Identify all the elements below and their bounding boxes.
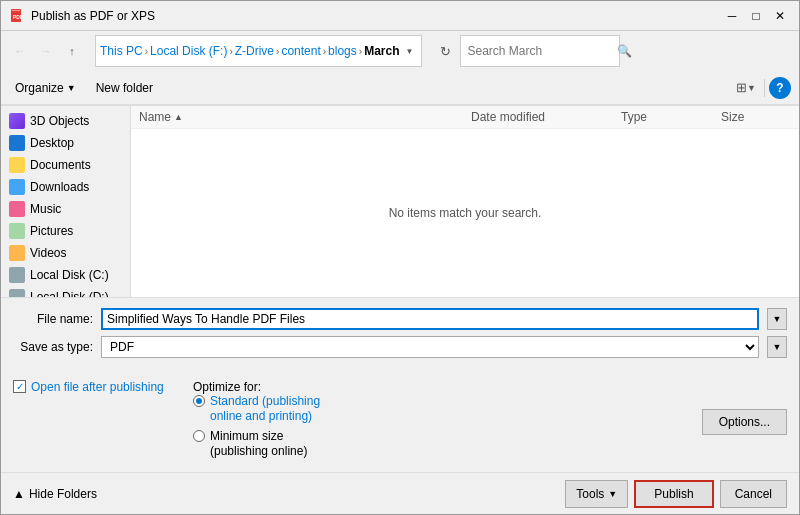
breadcrumb-this-pc[interactable]: This PC (100, 44, 143, 58)
open-file-checkbox[interactable] (13, 380, 26, 393)
save-as-row: Save as type: PDF XPS Document ▼ (13, 336, 787, 358)
window-controls: ─ □ ✕ (721, 5, 791, 27)
sidebar-label-3d-objects: 3D Objects (30, 114, 89, 128)
sidebar: 3D Objects Desktop Documents Downloads M… (1, 106, 131, 297)
footer-right: Tools ▼ Publish Cancel (565, 480, 787, 508)
close-button[interactable]: ✕ (769, 5, 791, 27)
file-name-row: File name: ▼ (13, 308, 787, 330)
view-icon: ⊞ (736, 80, 747, 95)
save-as-dropdown-button[interactable]: ▼ (767, 336, 787, 358)
column-type[interactable]: Type (621, 110, 721, 124)
sidebar-label-music: Music (30, 202, 61, 216)
up-button[interactable]: ↑ (61, 40, 83, 62)
standard-option: Standard (publishing online and printing… (193, 394, 682, 425)
sidebar-label-desktop: Desktop (30, 136, 74, 150)
search-bar: 🔍 (460, 35, 620, 67)
sidebar-item-downloads[interactable]: Downloads (1, 176, 130, 198)
minimize-button[interactable]: ─ (721, 5, 743, 27)
sidebar-label-local-disk-d: Local Disk (D:) (30, 290, 109, 297)
file-name-input[interactable] (101, 308, 759, 330)
file-list: Name ▲ Date modified Type Size No items … (131, 106, 799, 297)
search-icon: 🔍 (617, 44, 632, 58)
options-row: Open file after publishing Optimize for:… (1, 372, 799, 472)
hide-folders-chevron-icon: ▲ (13, 487, 25, 501)
toolbar-separator (764, 79, 765, 97)
toolbar-right: ⊞ ▼ ? (732, 77, 791, 99)
column-name[interactable]: Name ▲ (139, 110, 471, 124)
minimum-radio[interactable] (193, 430, 205, 442)
back-button[interactable]: ← (9, 40, 31, 62)
optimize-section: Optimize for: Standard (publishing onlin… (193, 380, 682, 464)
sidebar-item-videos[interactable]: Videos (1, 242, 130, 264)
sidebar-item-local-disk-d[interactable]: Local Disk (D:) (1, 286, 130, 297)
help-button[interactable]: ? (769, 77, 791, 99)
cancel-button[interactable]: Cancel (720, 480, 787, 508)
file-name-label: File name: (13, 312, 93, 326)
hide-folders-button[interactable]: ▲ Hide Folders (13, 487, 97, 501)
view-options-button[interactable]: ⊞ ▼ (732, 78, 760, 97)
new-folder-button[interactable]: New folder (90, 79, 159, 97)
standard-radio[interactable] (193, 395, 205, 407)
tools-button[interactable]: Tools ▼ (565, 480, 628, 508)
sort-arrow-icon: ▲ (174, 112, 183, 122)
breadcrumb-dropdown-button[interactable]: ▼ (401, 40, 417, 62)
refresh-button[interactable]: ↻ (434, 40, 456, 62)
form-area: File name: ▼ Save as type: PDF XPS Docum… (1, 297, 799, 372)
svg-text:PDF: PDF (13, 14, 23, 20)
address-bar-area: ← → ↑ This PC › Local Disk (F:) › Z-Driv… (1, 31, 799, 71)
title-bar: PDF Publish as PDF or XPS ─ □ ✕ (1, 1, 799, 31)
breadcrumb-bar: This PC › Local Disk (F:) › Z-Drive › co… (95, 35, 422, 67)
sidebar-label-downloads: Downloads (30, 180, 89, 194)
sidebar-item-desktop[interactable]: Desktop (1, 132, 130, 154)
save-as-select[interactable]: PDF XPS Document (101, 336, 759, 358)
drive-d-icon (9, 289, 25, 297)
open-file-label[interactable]: Open file after publishing (31, 380, 164, 394)
breadcrumb-blogs[interactable]: blogs (328, 44, 357, 58)
forward-button[interactable]: → (35, 40, 57, 62)
publish-dialog: PDF Publish as PDF or XPS ─ □ ✕ ← → ↑ Th… (0, 0, 800, 515)
folder-pictures-icon (9, 223, 25, 239)
sidebar-item-local-disk-c[interactable]: Local Disk (C:) (1, 264, 130, 286)
tools-dropdown-icon: ▼ (608, 489, 617, 499)
drive-c-icon (9, 267, 25, 283)
options-button[interactable]: Options... (702, 409, 787, 435)
sidebar-item-3d-objects[interactable]: 3D Objects (1, 110, 130, 132)
folder-music-icon (9, 201, 25, 217)
standard-radio-label: Standard (publishing online and printing… (210, 394, 320, 425)
toolbar: Organize ▼ New folder ⊞ ▼ ? (1, 71, 799, 105)
organize-button[interactable]: Organize ▼ (9, 79, 82, 97)
view-dropdown-icon: ▼ (747, 83, 756, 93)
minimum-radio-label: Minimum size (publishing online) (210, 429, 307, 460)
optimize-label: Optimize for: (193, 380, 261, 394)
sidebar-item-pictures[interactable]: Pictures (1, 220, 130, 242)
sidebar-label-videos: Videos (30, 246, 66, 260)
publish-button[interactable]: Publish (634, 480, 713, 508)
file-name-dropdown-button[interactable]: ▼ (767, 308, 787, 330)
empty-message: No items match your search. (131, 129, 799, 297)
breadcrumb-content[interactable]: content (281, 44, 320, 58)
minimum-option: Minimum size (publishing online) (193, 429, 682, 460)
breadcrumb-z-drive[interactable]: Z-Drive (235, 44, 274, 58)
hide-folders-label: Hide Folders (29, 487, 97, 501)
save-as-label: Save as type: (13, 340, 93, 354)
open-file-option: Open file after publishing (13, 380, 173, 394)
breadcrumb-local-disk-f[interactable]: Local Disk (F:) (150, 44, 227, 58)
sidebar-label-pictures: Pictures (30, 224, 73, 238)
search-input[interactable] (467, 44, 617, 58)
sidebar-item-music[interactable]: Music (1, 198, 130, 220)
sidebar-item-documents[interactable]: Documents (1, 154, 130, 176)
dialog-title: Publish as PDF or XPS (31, 9, 721, 23)
folder-desktop-icon (9, 135, 25, 151)
folder-videos-icon (9, 245, 25, 261)
organize-chevron-icon: ▼ (67, 83, 76, 93)
maximize-button[interactable]: □ (745, 5, 767, 27)
breadcrumb-march[interactable]: March (364, 44, 399, 58)
column-size[interactable]: Size (721, 110, 791, 124)
column-date-modified[interactable]: Date modified (471, 110, 621, 124)
new-folder-label: New folder (96, 81, 153, 95)
organize-label: Organize (15, 81, 64, 95)
folder-3d-icon (9, 113, 25, 129)
main-area: 3D Objects Desktop Documents Downloads M… (1, 105, 799, 297)
tools-label: Tools (576, 487, 604, 501)
folder-downloads-icon (9, 179, 25, 195)
